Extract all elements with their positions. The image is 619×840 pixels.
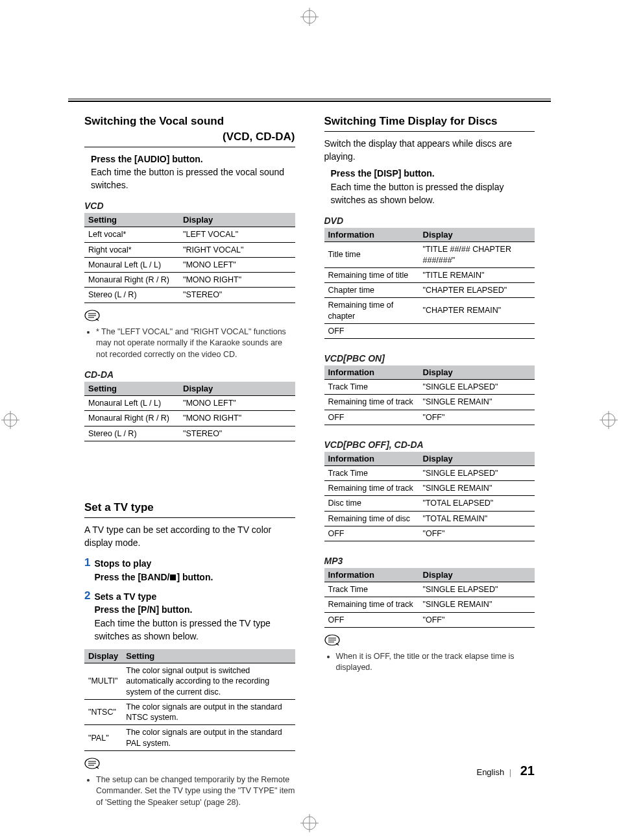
table-cell: Track Time [324, 582, 419, 597]
time-press: Press the [DISP] button. [331, 167, 535, 180]
table-cell: "MONO RIGHT" [179, 411, 295, 426]
cdda-th-setting: Setting [84, 382, 179, 396]
table-cell: "RIGHT VOCAL" [179, 242, 295, 257]
table-cell: "TITLE REMAIN" [419, 267, 535, 282]
vcd-off-table: Information Display Track Time"SINGLE EL… [324, 452, 535, 541]
table-row: Monaural Right (R / R)"MONO RIGHT" [84, 411, 295, 426]
table-cell: "LEFT VOCAL" [179, 227, 295, 242]
vcd-on-label: VCD[PBC ON] [324, 353, 535, 364]
cdda-table: Setting Display Monaural Left (L / L)"MO… [84, 382, 295, 441]
vcdoff-th-disp: Display [419, 452, 535, 466]
left-column: Switching the Vocal sound (VCD, CD-DA) P… [84, 114, 295, 809]
vcd-note-list: * The "LEFT VOCAL" and "RIGHT VOCAL" fun… [84, 327, 295, 361]
table-cell: OFF [324, 323, 419, 338]
registration-mark-top [300, 8, 319, 26]
table-row: Chapter time"CHAPTER ELAPSED" [324, 283, 535, 298]
cdda-th-display: Display [179, 382, 295, 396]
stop-icon [170, 574, 176, 580]
table-cell: Monaural Left (L / L) [84, 396, 179, 411]
table-cell: "SINGLE REMAIN" [419, 481, 535, 496]
tvtype-table: Display Setting "MULTI"The color signal … [84, 649, 295, 751]
time-desc: Each time the button is pressed the disp… [331, 180, 535, 207]
table-row: Track Time"SINGLE ELAPSED" [324, 465, 535, 480]
registration-mark-bottom [300, 814, 319, 832]
table-row: OFF"OFF" [324, 410, 535, 425]
table-row: Remaining time of disc"TOTAL REMAIN" [324, 511, 535, 526]
tvtype-step2: 2 Sets a TV type Press the [P/N] button.… [84, 590, 295, 643]
vcdon-th-disp: Display [419, 365, 535, 380]
registration-mark-left [1, 411, 19, 429]
step1-number: 1 [84, 557, 90, 584]
footer-lang: English [476, 767, 504, 777]
table-cell: The color signals are output in the stan… [122, 725, 295, 751]
table-cell: OFF [324, 526, 419, 541]
table-cell: "SINGLE REMAIN" [419, 395, 535, 410]
table-row: Disc time"TOTAL ELAPSED" [324, 496, 535, 511]
tvtype-intro: A TV type can be set according to the TV… [84, 523, 295, 550]
dvd-th-info: Information [324, 228, 419, 242]
table-cell: Title time [324, 242, 419, 268]
top-rule-thick [68, 101, 551, 102]
table-cell: "CHAPTER REMAIN" [419, 298, 535, 324]
mp3-table: Information Display Track Time"SINGLE EL… [324, 568, 535, 628]
tvtype-th-setting: Setting [122, 649, 295, 663]
table-row: Right vocal*"RIGHT VOCAL" [84, 242, 295, 257]
table-cell: Remaining time of disc [324, 511, 419, 526]
table-cell: "MONO RIGHT" [179, 273, 295, 288]
vocal-heading: Switching the Vocal sound (VCD, CD-DA) [84, 114, 295, 147]
table-cell: "PAL" [84, 725, 122, 751]
table-cell: Left vocal* [84, 227, 179, 242]
table-row: Monaural Right (R / R)"MONO RIGHT" [84, 273, 295, 288]
table-cell: "STEREO" [179, 288, 295, 303]
table-row: Track Time"SINGLE ELAPSED" [324, 582, 535, 597]
table-row: Stereo (L / R)"STEREO" [84, 288, 295, 303]
cdda-label: CD-DA [84, 369, 295, 380]
table-cell: "SINGLE ELAPSED" [419, 380, 535, 395]
table-cell: Remaining time of chapter [324, 298, 419, 324]
step1-title: Stops to play [94, 557, 295, 570]
note-icon [84, 310, 100, 324]
table-cell: Stereo (L / R) [84, 288, 179, 303]
table-row: Track Time"SINGLE ELAPSED" [324, 380, 535, 395]
table-cell: Remaining time of track [324, 481, 419, 496]
vocal-heading-line1: Switching the Vocal sound [84, 115, 224, 127]
time-note-list: When it is OFF, the title or the track e… [324, 651, 535, 674]
table-cell [419, 323, 535, 338]
table-cell: "MULTI" [84, 663, 122, 700]
table-cell: "TOTAL REMAIN" [419, 511, 535, 526]
mp3-th-info: Information [324, 568, 419, 582]
table-row: Remaining time of track"SINGLE REMAIN" [324, 597, 535, 612]
vocal-desc: Each time the button is pressed the voca… [91, 166, 295, 192]
table-cell: "SINGLE REMAIN" [419, 597, 535, 612]
time-instruction: Press the [DISP] button. Each time the b… [324, 167, 535, 206]
page-footer: English | 21 [476, 763, 535, 778]
table-cell: "MONO LEFT" [179, 396, 295, 411]
step2-action: Press the [P/N] button. [94, 603, 295, 616]
tvtype-note: The setup can be changed temporarily by … [96, 774, 295, 809]
table-row: Left vocal*"LEFT VOCAL" [84, 227, 295, 242]
note-icon [84, 758, 100, 772]
table-row: Remaining time of track"SINGLE REMAIN" [324, 481, 535, 496]
table-row: Remaining time of title"TITLE REMAIN" [324, 267, 535, 282]
vcd-th-display: Display [179, 213, 295, 227]
vcd-off-label: VCD[PBC OFF], CD-DA [324, 439, 535, 450]
dvd-th-disp: Display [419, 228, 535, 242]
note-icon [324, 634, 340, 649]
table-cell: "OFF" [419, 526, 535, 541]
table-cell: The color signals are output in the stan… [122, 699, 295, 725]
table-cell: "SINGLE ELAPSED" [419, 465, 535, 480]
table-cell: Remaining time of track [324, 395, 419, 410]
table-cell: Right vocal* [84, 242, 179, 257]
table-row: "PAL"The color signals are output in the… [84, 725, 295, 751]
table-row: Monaural Left (L / L)"MONO LEFT" [84, 257, 295, 272]
time-heading: Switching Time Display for Discs [324, 114, 535, 132]
mp3-th-disp: Display [419, 568, 535, 582]
footer-sep: | [509, 767, 511, 777]
vcd-on-table: Information Display Track Time"SINGLE EL… [324, 365, 535, 425]
tvtype-heading: Set a TV type [84, 500, 295, 518]
tvtype-note-list: The setup can be changed temporarily by … [84, 774, 295, 809]
table-cell: "OFF" [419, 612, 535, 627]
registration-mark-right [600, 411, 618, 429]
vocal-heading-line2: (VCD, CD-DA) [84, 129, 295, 145]
step1-action: Press the [BAND/] button. [94, 571, 295, 584]
